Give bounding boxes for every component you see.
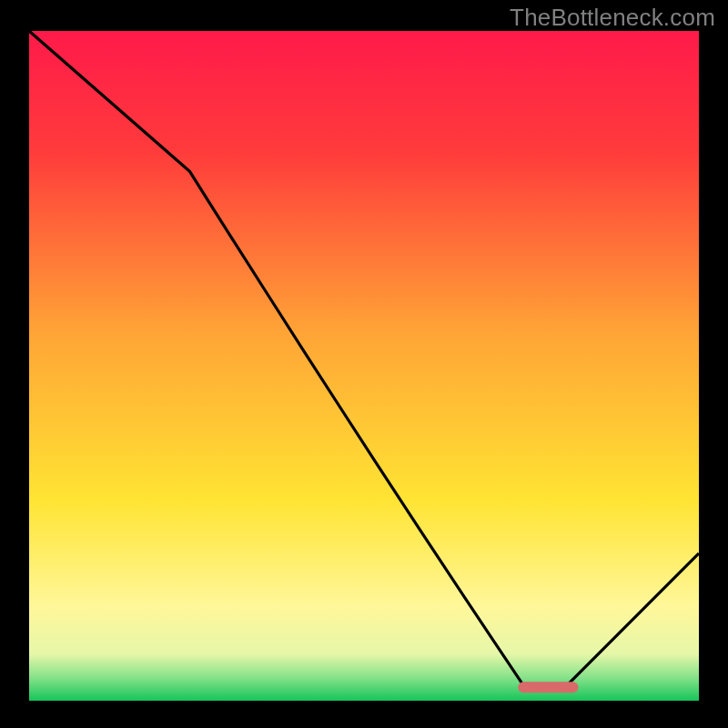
watermark-text: TheBottleneck.com xyxy=(510,4,715,32)
x-axis xyxy=(20,701,699,710)
plot-svg xyxy=(29,31,699,701)
gradient-background xyxy=(29,31,699,701)
chart-container: TheBottleneck.com xyxy=(0,0,728,728)
optimum-marker xyxy=(518,682,578,693)
y-axis xyxy=(20,31,29,701)
plot-area xyxy=(29,31,699,701)
